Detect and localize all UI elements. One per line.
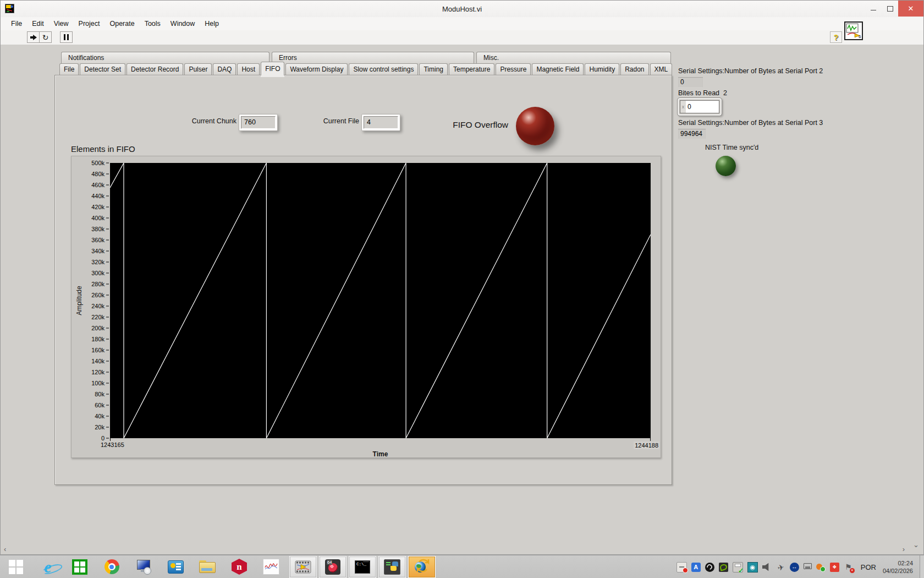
- python-console-icon: [384, 559, 400, 575]
- command-prompt-icon: C:\_: [355, 560, 370, 574]
- scroll-right-icon[interactable]: ›: [903, 546, 905, 553]
- tab-humidity[interactable]: Humidity: [585, 63, 619, 75]
- tab-temperature[interactable]: Temperature: [449, 63, 494, 75]
- taskbar-labview-64-button[interactable]: 64: [319, 556, 346, 578]
- tab-detector-record[interactable]: Detector Record: [127, 63, 183, 75]
- paper-plane-tray-icon[interactable]: ✈: [775, 561, 786, 572]
- y-tick-label: 300k: [91, 270, 109, 276]
- tab-errors[interactable]: Errors: [272, 52, 474, 63]
- dark-swirl-tray-icon[interactable]: [705, 563, 714, 572]
- y-tick-label: 20k: [95, 424, 109, 430]
- taskbar-python-console-button[interactable]: [378, 556, 406, 578]
- teamviewer-tray-icon[interactable]: ↔: [790, 563, 799, 572]
- y-tick-label: 0: [101, 435, 109, 441]
- taskbar-n-app-button[interactable]: n: [226, 556, 253, 578]
- tick-mark: [106, 250, 109, 252]
- taskbar-plot-app-button[interactable]: [257, 556, 285, 578]
- taskbar-internet-explorer-button[interactable]: e: [34, 556, 62, 578]
- printer-check-tray-icon[interactable]: [733, 562, 743, 572]
- tab-xml[interactable]: XML: [650, 63, 673, 75]
- current-chunk-value: 760: [241, 116, 276, 129]
- pause-icon[interactable]: [60, 31, 73, 43]
- menu-view[interactable]: View: [49, 20, 74, 28]
- tick-mark: [106, 283, 109, 285]
- menu-file[interactable]: File: [6, 20, 27, 28]
- tab-slow-control-settings[interactable]: Slow control settings: [349, 63, 418, 75]
- menu-operate[interactable]: Operate: [105, 20, 139, 28]
- y-tick-label: 260k: [91, 292, 109, 298]
- tab-waveform-display[interactable]: Waveform Display: [285, 63, 348, 75]
- tab-magnetic-field[interactable]: Magnetic Field: [532, 63, 584, 75]
- y-tick-label: 140k: [91, 358, 109, 364]
- tab-host[interactable]: Host: [237, 63, 260, 75]
- taskbar-chrome-button[interactable]: [98, 556, 125, 578]
- taskbar-clock[interactable]: 02:24 04/02/2026: [883, 559, 913, 575]
- tab-detector-set[interactable]: Detector Set: [80, 63, 125, 75]
- taskbar-labview-button[interactable]: [289, 556, 317, 578]
- tick-mark: [106, 217, 109, 219]
- menu-window[interactable]: Window: [166, 20, 200, 28]
- red-box-tray-icon[interactable]: ❖: [830, 563, 839, 572]
- tab-pressure[interactable]: Pressure: [496, 63, 531, 75]
- menu-tools[interactable]: Tools: [140, 20, 166, 28]
- tick-mark: [106, 173, 109, 175]
- card-reader-tray-icon[interactable]: [676, 562, 687, 572]
- tab-radon[interactable]: Radon: [620, 63, 648, 75]
- tab-file[interactable]: File: [59, 63, 79, 75]
- scroll-left-icon[interactable]: ‹: [4, 546, 6, 553]
- y-tick-label: 120k: [91, 369, 109, 375]
- plug-tray-icon[interactable]: [816, 563, 826, 572]
- nvidia-tray-icon[interactable]: [719, 563, 728, 572]
- tab-fifo[interactable]: FIFO: [261, 62, 284, 75]
- start-icon: [9, 560, 23, 574]
- menu-edit[interactable]: Edit: [27, 20, 49, 28]
- taskbar-windows-store-button[interactable]: [66, 556, 94, 578]
- taskbar-command-prompt-button[interactable]: C:\_: [349, 556, 376, 578]
- close-button[interactable]: ✕: [898, 1, 923, 17]
- menu-help[interactable]: Help: [200, 20, 224, 28]
- speaker-tray-icon[interactable]: [762, 563, 772, 572]
- flag-tray-icon[interactable]: ⚑: [844, 563, 853, 572]
- letter-a-tray-icon[interactable]: A: [691, 563, 701, 572]
- taskbar-file-explorer-button[interactable]: [194, 556, 221, 578]
- network-pc-tray-icon[interactable]: [804, 563, 812, 569]
- scroll-down-icon[interactable]: ⌄: [913, 541, 919, 548]
- monitor-eye-tray-icon[interactable]: ◉: [747, 562, 758, 572]
- y-tick-label: 180k: [91, 336, 109, 342]
- run-icon[interactable]: [27, 31, 40, 43]
- taskbar-system-utility-button[interactable]: [162, 556, 189, 578]
- y-tick-label: 340k: [91, 248, 109, 254]
- continuous-run-icon[interactable]: ↻: [39, 31, 52, 43]
- show-desktop-button[interactable]: [920, 555, 924, 578]
- y-tick-label: 220k: [91, 314, 109, 320]
- toolbar: ↻ ? 6: [1, 30, 923, 45]
- maximize-button[interactable]: [882, 1, 898, 17]
- y-tick-label: 200k: [91, 325, 109, 331]
- menu-project[interactable]: Project: [74, 20, 105, 28]
- minimize-button[interactable]: [865, 1, 882, 17]
- x-tick-mark: [650, 438, 651, 441]
- current-chunk-label: Current Chunk: [154, 117, 237, 125]
- windows-store-icon: [72, 559, 87, 575]
- taskbar-web-service-button[interactable]: [408, 556, 436, 578]
- language-indicator[interactable]: POR: [861, 563, 876, 571]
- taskbar-start-button[interactable]: [2, 556, 30, 578]
- tab-daq[interactable]: DAQ: [213, 63, 236, 75]
- tab-notifications[interactable]: Notifications: [61, 52, 270, 63]
- tick-mark: [106, 394, 109, 395]
- tab-misc[interactable]: Misc.: [476, 52, 671, 63]
- help-icon[interactable]: ?: [830, 31, 842, 43]
- tab-timing[interactable]: Timing: [419, 63, 448, 75]
- tick-mark: [106, 228, 109, 230]
- taskbar-remote-desktop-button[interactable]: [130, 556, 157, 578]
- waveform-plot: [110, 163, 651, 438]
- clock-date: 04/02/2026: [883, 567, 913, 575]
- chart-title: Elements in FIFO: [71, 144, 135, 154]
- bites-to-read-value[interactable]: 0: [686, 103, 691, 111]
- labview-logo-icon[interactable]: 6: [844, 21, 863, 40]
- tick-mark: [106, 372, 109, 373]
- bites-to-read-control[interactable]: x 0: [677, 97, 722, 116]
- tab-pulser[interactable]: Pulser: [184, 63, 212, 75]
- y-tick-label: 360k: [91, 237, 109, 243]
- system-utility-icon: [168, 560, 184, 574]
